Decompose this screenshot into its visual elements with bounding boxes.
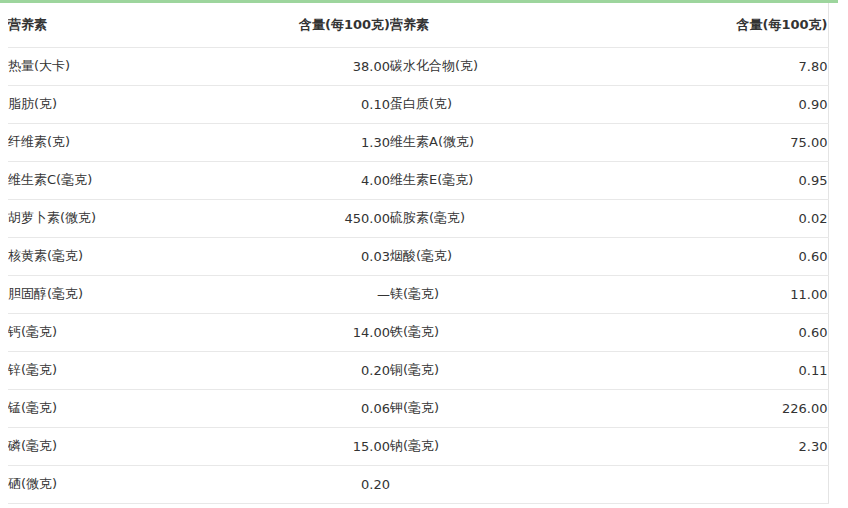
nutrient-name-cell: 铜(毫克) <box>390 351 630 389</box>
nutrient-name-cell: 碳水化合物(克) <box>390 47 630 85</box>
table-row: 核黄素(毫克)0.03烟酸(毫克)0.60 <box>8 237 828 275</box>
table-row: 维生素C(毫克)4.00维生素E(毫克)0.95 <box>8 161 828 199</box>
nutrient-name-cell: 维生素A(微克) <box>390 123 630 161</box>
nutrient-name-cell: 磷(毫克) <box>8 427 242 465</box>
table-row: 纤维素(克)1.30维生素A(微克)75.00 <box>8 123 828 161</box>
table-row: 胡萝卜素(微克)450.00硫胺素(毫克)0.02 <box>8 199 828 237</box>
nutrient-name-cell: 核黄素(毫克) <box>8 237 242 275</box>
nutrient-value-cell: 14.00 <box>242 313 390 351</box>
nutrient-name-cell: 胆固醇(毫克) <box>8 275 242 313</box>
column-header-amount-left: 含量(每100克) <box>242 3 390 47</box>
nutrient-name-cell: 蛋白质(克) <box>390 85 630 123</box>
nutrient-value-cell: 0.06 <box>242 389 390 427</box>
nutrition-panel: 营养素 含量(每100克) 营养素 含量(每100克) 热量(大卡)38.00碳… <box>0 0 838 504</box>
nutrient-name-cell <box>390 465 630 503</box>
nutrient-value-cell: 15.00 <box>242 427 390 465</box>
nutrient-value-cell: 0.11 <box>630 351 828 389</box>
nutrient-name-cell: 硒(微克) <box>8 465 242 503</box>
nutrient-value-cell: 38.00 <box>242 47 390 85</box>
nutrient-name-cell: 纤维素(克) <box>8 123 242 161</box>
nutrient-name-cell: 维生素C(毫克) <box>8 161 242 199</box>
nutrient-value-cell: 0.60 <box>630 313 828 351</box>
nutrient-value-cell: 11.00 <box>630 275 828 313</box>
nutrient-value-cell: 450.00 <box>242 199 390 237</box>
table-row: 硒(微克)0.20 <box>8 465 828 503</box>
nutrient-name-cell: 钙(毫克) <box>8 313 242 351</box>
nutrient-name-cell: 胡萝卜素(微克) <box>8 199 242 237</box>
header-row: 营养素 含量(每100克) 营养素 含量(每100克) <box>8 3 828 47</box>
nutrient-name-cell: 锌(毫克) <box>8 351 242 389</box>
nutrient-value-cell: 0.95 <box>630 161 828 199</box>
nutrient-value-cell: 4.00 <box>242 161 390 199</box>
nutrient-name-cell: 铁(毫克) <box>390 313 630 351</box>
table-row: 磷(毫克)15.00钠(毫克)2.30 <box>8 427 828 465</box>
table-row: 胆固醇(毫克)—镁(毫克)11.00 <box>8 275 828 313</box>
table-row: 热量(大卡)38.00碳水化合物(克)7.80 <box>8 47 828 85</box>
nutrient-value-cell: 0.20 <box>242 465 390 503</box>
nutrient-name-cell: 硫胺素(毫克) <box>390 199 630 237</box>
nutrient-name-cell: 维生素E(毫克) <box>390 161 630 199</box>
nutrient-name-cell: 锰(毫克) <box>8 389 242 427</box>
nutrient-value-cell: 75.00 <box>630 123 828 161</box>
nutrient-value-cell: 2.30 <box>630 427 828 465</box>
nutrient-value-cell: 0.90 <box>630 85 828 123</box>
nutrient-name-cell: 烟酸(毫克) <box>390 237 630 275</box>
page: 营养素 含量(每100克) 营养素 含量(每100克) 热量(大卡)38.00碳… <box>0 0 848 508</box>
table-row: 脂肪(克)0.10蛋白质(克)0.90 <box>8 85 828 123</box>
column-header-amount-right: 含量(每100克) <box>630 3 828 47</box>
nutrient-value-cell: 226.00 <box>630 389 828 427</box>
table-row: 锰(毫克)0.06钾(毫克)226.00 <box>8 389 828 427</box>
table-row: 钙(毫克)14.00铁(毫克)0.60 <box>8 313 828 351</box>
nutrient-name-cell: 热量(大卡) <box>8 47 242 85</box>
nutrient-name-cell: 脂肪(克) <box>8 85 242 123</box>
nutrient-name-cell: 钾(毫克) <box>390 389 630 427</box>
table-row: 锌(毫克)0.20铜(毫克)0.11 <box>8 351 828 389</box>
nutrient-name-cell: 钠(毫克) <box>390 427 630 465</box>
nutrient-name-cell: 镁(毫克) <box>390 275 630 313</box>
nutrient-value-cell: — <box>242 275 390 313</box>
nutrient-value-cell <box>630 465 828 503</box>
nutrient-value-cell: 7.80 <box>630 47 828 85</box>
column-header-nutrient-left: 营养素 <box>8 3 242 47</box>
nutrient-value-cell: 1.30 <box>242 123 390 161</box>
nutrition-table: 营养素 含量(每100克) 营养素 含量(每100克) 热量(大卡)38.00碳… <box>8 3 829 504</box>
nutrient-value-cell: 0.10 <box>242 85 390 123</box>
nutrient-value-cell: 0.20 <box>242 351 390 389</box>
column-header-nutrient-right: 营养素 <box>390 3 630 47</box>
nutrient-value-cell: 0.02 <box>630 199 828 237</box>
nutrient-value-cell: 0.60 <box>630 237 828 275</box>
nutrient-value-cell: 0.03 <box>242 237 390 275</box>
